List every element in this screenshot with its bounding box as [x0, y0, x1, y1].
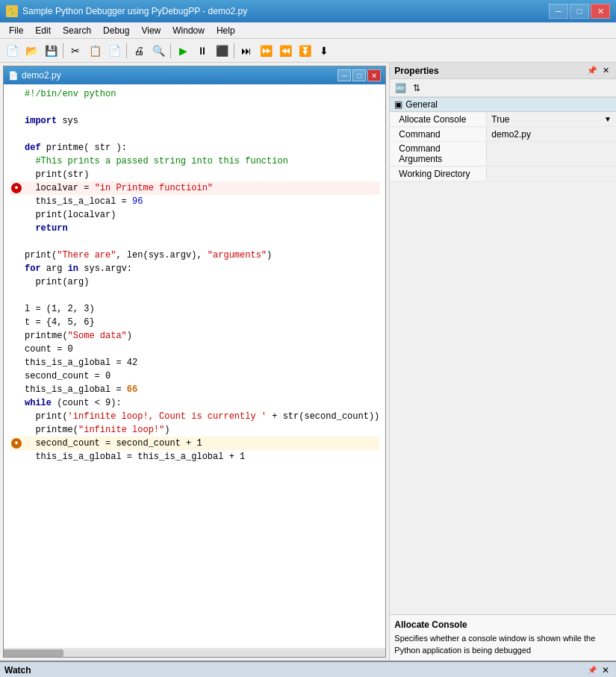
code-line-24: while (count < 9):: [10, 396, 379, 410]
menu-edit[interactable]: Edit: [29, 24, 57, 37]
menu-bar: File Edit Search Debug View Window Help: [0, 22, 616, 39]
prop-name-command: Command: [390, 128, 487, 141]
breakpoint-marker-8: ●: [11, 183, 22, 193]
code-line-1: #!/bin/env python: [10, 87, 379, 101]
code-line-23: this_is_a_global = 66: [10, 383, 379, 396]
code-line-17: l = (1, 2, 3): [10, 302, 379, 316]
properties-description: Allocate Console Specifies whether a con…: [390, 614, 616, 661]
watch-panel-header: Watch 📌 ✕: [0, 662, 616, 677]
code-line-28: this_is_a_global = this_is_a_global + 1: [10, 450, 379, 464]
prop-row-command[interactable]: Command demo2.py: [390, 127, 616, 142]
properties-section-general[interactable]: ▣ General: [390, 97, 616, 112]
title-bar-controls: ─ □ ✕: [549, 4, 610, 19]
toolbar-copy-btn[interactable]: 📋: [86, 42, 104, 60]
properties-toolbar: 🔤 ⇅: [390, 79, 616, 97]
toolbar-open-btn[interactable]: 📂: [22, 42, 40, 60]
toolbar-run-to-btn[interactable]: ⏬: [296, 42, 314, 60]
code-window-min-btn[interactable]: ─: [337, 69, 351, 81]
toolbar-paste-btn[interactable]: 📄: [105, 42, 123, 60]
code-line-7: print(str): [10, 168, 379, 181]
code-content[interactable]: #!/bin/env python import sys def printme…: [4, 84, 385, 648]
watch-pin-btn[interactable]: 📌: [586, 664, 598, 676]
code-line-15: print(arg): [10, 275, 379, 289]
section-label: General: [405, 99, 438, 110]
code-line-20: count = 0: [10, 343, 379, 356]
toolbar-search-btn[interactable]: 🔍: [149, 42, 167, 60]
code-scrollbar-track: [4, 649, 385, 657]
watch-close-btn[interactable]: ✕: [600, 664, 612, 676]
toolbar-sep-1: [63, 43, 63, 58]
code-window-titlebar: 📄 demo2.py ─ □ ✕: [4, 66, 385, 84]
code-line-26: printme("infinite loop!"): [10, 423, 379, 437]
section-toggle[interactable]: ▣: [394, 99, 402, 110]
menu-help[interactable]: Help: [211, 24, 241, 37]
code-window: 📄 demo2.py ─ □ ✕ #!/bin/env python impor…: [3, 66, 386, 658]
toolbar-sep-3: [170, 43, 171, 58]
minimize-button[interactable]: ─: [549, 4, 568, 19]
file-icon: 📄: [8, 71, 19, 81]
menu-file[interactable]: File: [3, 24, 29, 37]
code-line-11: return: [10, 222, 379, 235]
toolbar-sep-2: [126, 43, 127, 58]
toolbar-step-over-btn[interactable]: ⏭: [237, 42, 255, 60]
code-line-22: second_count = 0: [10, 369, 379, 383]
toolbar-step-out-btn[interactable]: ⏪: [276, 42, 294, 60]
code-line-25: print('infinite loop!, Count is currentl…: [10, 410, 379, 423]
code-line-27: ● second_count = second_count + 1: [10, 437, 379, 450]
toolbar-cut-btn[interactable]: ✂: [66, 42, 84, 60]
code-line-19: printme("Some data"): [10, 329, 379, 343]
toolbar-stop-btn[interactable]: ⬛: [213, 42, 231, 60]
prop-sort-cat-btn[interactable]: ⇅: [409, 81, 424, 95]
code-line-3: import sys: [10, 114, 379, 128]
prop-row-allocate[interactable]: Allocate Console True ▼: [390, 112, 616, 127]
code-scrollbar-thumb[interactable]: [4, 649, 63, 657]
watch-panel: Watch 📌 ✕ Name Value Type ✕ localvar Ide…: [0, 661, 616, 677]
debug-marker-27: ●: [11, 438, 22, 449]
prop-sort-az-btn[interactable]: 🔤: [393, 81, 408, 95]
prop-row-cmdargs[interactable]: Command Arguments: [390, 142, 616, 166]
menu-debug[interactable]: Debug: [97, 24, 135, 37]
properties-pin-btn[interactable]: 📌: [586, 65, 598, 77]
right-panel: Properties 📌 ✕ 🔤 ⇅ ▣ General Allocate Co…: [389, 63, 616, 661]
code-line-14: for arg in sys.argv:: [10, 262, 379, 275]
toolbar-print-btn[interactable]: 🖨: [130, 42, 148, 60]
main-area: 📄 demo2.py ─ □ ✕ #!/bin/env python impor…: [0, 63, 616, 661]
code-window-close-btn[interactable]: ✕: [367, 69, 381, 81]
code-line-13: print("There are", len(sys.argv), "argum…: [10, 249, 379, 262]
prop-desc-title: Allocate Console: [394, 620, 612, 630]
left-panel: 📄 demo2.py ─ □ ✕ #!/bin/env python impor…: [0, 63, 389, 661]
prop-value-cmdargs[interactable]: [487, 152, 616, 155]
toolbar-pause-btn[interactable]: ⏸: [193, 42, 211, 60]
prop-dropdown-arrow[interactable]: ▼: [604, 115, 612, 123]
toolbar-save-btn[interactable]: 💾: [42, 42, 60, 60]
toolbar-run-btn[interactable]: ▶: [174, 42, 192, 60]
menu-window[interactable]: Window: [167, 24, 211, 37]
toolbar-new-btn[interactable]: 📄: [3, 42, 21, 60]
prop-value-allocate[interactable]: True ▼: [487, 113, 616, 126]
code-line-12: [10, 235, 379, 249]
toolbar-down-btn[interactable]: ⬇: [315, 42, 333, 60]
prop-value-workdir[interactable]: [487, 172, 616, 175]
properties-title: Properties: [394, 66, 438, 76]
code-line-8: ● localvar = "in Printme functioin": [10, 181, 379, 195]
code-line-10: print(localvar): [10, 208, 379, 222]
prop-row-workdir[interactable]: Working Directory: [390, 166, 616, 181]
code-window-controls: ─ □ ✕: [337, 69, 381, 81]
code-scrollbar[interactable]: [4, 648, 385, 657]
prop-value-command[interactable]: demo2.py: [487, 128, 616, 141]
toolbar-sep-4: [234, 43, 234, 58]
properties-header: Properties 📌 ✕: [390, 63, 616, 79]
code-window-max-btn[interactable]: □: [352, 69, 366, 81]
toolbar-step-into-btn[interactable]: ⏩: [257, 42, 275, 60]
menu-search[interactable]: Search: [57, 24, 97, 37]
code-line-4: [10, 128, 379, 141]
properties-grid: ▣ General Allocate Console True ▼ Comman…: [390, 97, 616, 614]
menu-view[interactable]: View: [135, 24, 167, 37]
title-bar: 🐍 Sample Python Debugger using PyDebugPP…: [0, 0, 616, 22]
properties-close-btn[interactable]: ✕: [600, 65, 612, 77]
code-line-21: this_is_a_global = 42: [10, 356, 379, 369]
window-close-button[interactable]: ✕: [591, 4, 610, 19]
title-bar-title: Sample Python Debugger using PyDebugPP -…: [22, 6, 549, 16]
maximize-button[interactable]: □: [570, 4, 589, 19]
code-line-2: [10, 101, 379, 114]
